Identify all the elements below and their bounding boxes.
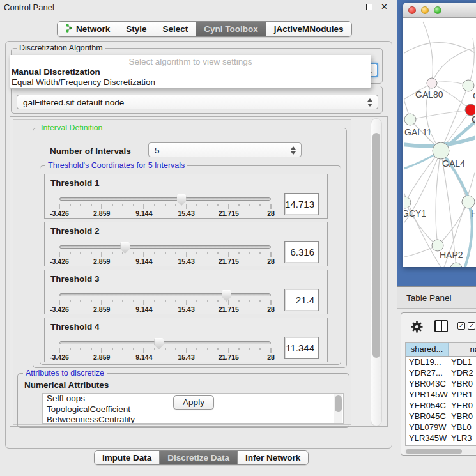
dropdown-item-equal-width[interactable]: Equal Width/Frequency Discretization	[12, 77, 155, 87]
tab-style[interactable]: Style	[118, 22, 154, 36]
cyni-toolbox-panel: Discretization Algorithm Select algorith…	[5, 41, 392, 449]
num-intervals-combobox[interactable]: 5	[148, 142, 302, 157]
slider-track[interactable]	[59, 293, 271, 296]
list-scrollbar[interactable]	[334, 394, 342, 424]
tab-label: Cyni Toolbox	[204, 24, 258, 34]
tab-discretize-data[interactable]: Discretize Data	[160, 451, 237, 464]
horizontal-scrollbar[interactable]	[404, 449, 476, 454]
network-node-gal11[interactable]	[404, 114, 416, 125]
threshold-value-field[interactable]: 21.4	[284, 289, 319, 311]
cell-name: YBR0	[449, 411, 476, 422]
cell-shared-name: YLR345W	[406, 433, 449, 443]
node-attribute-table[interactable]: shared...na YDL19...YDL1YDR27...YDR2YBR0…	[405, 342, 476, 446]
scale-label: 9.144	[135, 210, 152, 217]
tab-impute-data[interactable]: Impute Data	[95, 451, 159, 464]
cell-shared-name: YDR27...	[406, 367, 449, 378]
table-row[interactable]: YBR045CYBR0	[406, 411, 476, 422]
slider-track[interactable]	[59, 245, 271, 249]
dropdown-item-manual[interactable]: Manual Discretization	[12, 67, 100, 77]
tick-mark	[239, 300, 240, 302]
vertical-scrollbar[interactable]	[371, 118, 382, 426]
slider[interactable]: -3.4262.8599.14415.4321.71528	[59, 192, 271, 218]
table-row[interactable]: YIL052CYIL0	[406, 443, 476, 446]
columns-icon[interactable]	[434, 320, 448, 332]
control-panel: Control Panel ✕ NetworkStyleSelectCyni T…	[0, 0, 397, 476]
zoom-traffic-light-icon[interactable]	[434, 6, 441, 14]
close-traffic-light-icon[interactable]	[408, 6, 416, 14]
table-row[interactable]: YER054CYER0	[406, 400, 476, 411]
apply-button[interactable]: Apply	[173, 395, 214, 410]
table-row[interactable]: YBR043CYBR0	[406, 378, 476, 389]
network-node-h[interactable]	[462, 196, 475, 208]
checkbox-icon[interactable]: ✓	[468, 322, 475, 330]
threshold-label: Threshold 4	[50, 322, 100, 332]
slider-ticks	[59, 252, 271, 257]
table-row[interactable]: YPR145WYPR1	[406, 389, 476, 400]
network-desktop-frame: GAL80GAGGAL11GAL4GCY1HHAP2	[397, 0, 476, 286]
cell-name: YPR1	[449, 389, 476, 400]
tab-jactivemnodules[interactable]: jActiveMNodules	[266, 22, 351, 36]
network-node-gal80[interactable]	[427, 78, 437, 88]
tick-mark	[70, 300, 70, 302]
table-data-combobox[interactable]: galFiltered.sif default node	[17, 95, 378, 109]
threshold-box: Threshold 3-3.4262.8599.14415.4321.71528…	[44, 270, 328, 314]
tick-mark	[207, 348, 208, 350]
list-item[interactable]: BetweennessCentrality	[43, 415, 343, 424]
slider[interactable]: -3.4262.8599.14415.4321.71528	[59, 240, 271, 266]
column-header-name[interactable]: na	[449, 343, 476, 356]
tick-mark	[228, 252, 229, 257]
column-header-shared-name[interactable]: shared...	[406, 343, 449, 356]
table-row[interactable]: YBL079WYBL0	[406, 422, 476, 433]
scale-label: -3.426	[50, 305, 69, 313]
float-window-icon[interactable]	[366, 4, 372, 10]
close-icon[interactable]: ✕	[381, 2, 388, 12]
network-window-titlebar[interactable]	[403, 3, 476, 18]
slider-track[interactable]	[59, 341, 271, 344]
threshold-value-field[interactable]: 14.713	[284, 193, 319, 215]
top-tab-bar: NetworkStyleSelectCyni ToolboxjActiveMNo…	[57, 21, 352, 37]
cell-name: YBR0	[449, 378, 476, 389]
threshold-label: Threshold 3	[50, 274, 100, 284]
tick-mark	[218, 300, 219, 302]
network-node[interactable]	[450, 263, 462, 267]
network-node-gal4[interactable]	[433, 142, 449, 159]
checkbox-icon[interactable]: ✓	[457, 322, 465, 330]
table-data-group: Table Data galFiltered.sif default node	[11, 86, 383, 114]
scale-label: 21.715	[219, 210, 239, 217]
gray-edge[interactable]	[436, 151, 441, 245]
gray-edge[interactable]	[410, 110, 471, 119]
slider-ticks	[59, 348, 271, 353]
minimize-traffic-light-icon[interactable]	[421, 6, 429, 14]
network-node-ga[interactable]	[463, 80, 474, 91]
tick-mark	[228, 204, 229, 209]
tab-select[interactable]: Select	[155, 22, 196, 36]
table-row[interactable]: YLR345WYLR3	[406, 433, 476, 443]
scale-label: 2.859	[93, 257, 110, 265]
tick-mark	[186, 252, 187, 257]
table-row[interactable]: YDR27...YDR2	[406, 367, 476, 378]
tick-mark	[249, 204, 250, 206]
threshold-value-field[interactable]: 6.316	[284, 241, 319, 263]
gray-edge[interactable]	[468, 38, 474, 86]
tick-mark	[81, 252, 81, 254]
network-canvas[interactable]: GAL80GAGGAL11GAL4GCY1HHAP2	[404, 19, 475, 267]
tick-mark	[112, 204, 112, 206]
slider[interactable]: -3.4262.8599.14415.4321.71528	[59, 288, 271, 314]
slider-scale-labels: -3.4262.8599.14415.4321.71528	[59, 305, 271, 313]
tick-mark	[165, 348, 165, 350]
gear-icon[interactable]	[410, 320, 424, 335]
gray-edge[interactable]	[423, 22, 433, 83]
tab-cyni-toolbox[interactable]: Cyni Toolbox	[196, 22, 266, 36]
tab-network[interactable]: Network	[58, 22, 118, 36]
slider[interactable]: -3.4262.8599.14415.4321.71528	[59, 336, 271, 362]
scale-label: 2.859	[93, 353, 110, 361]
gray-edge[interactable]	[404, 43, 475, 57]
cell-shared-name: YDL19...	[406, 357, 449, 367]
slider-track[interactable]	[59, 197, 271, 201]
scale-label: 28	[267, 353, 275, 361]
gray-edge[interactable]	[405, 151, 441, 203]
gray-edge[interactable]	[432, 47, 475, 83]
tab-infer-network[interactable]: Infer Network	[238, 451, 308, 464]
threshold-value-field[interactable]: 11.344	[284, 337, 319, 359]
table-row[interactable]: YDL19...YDL1	[406, 357, 476, 367]
